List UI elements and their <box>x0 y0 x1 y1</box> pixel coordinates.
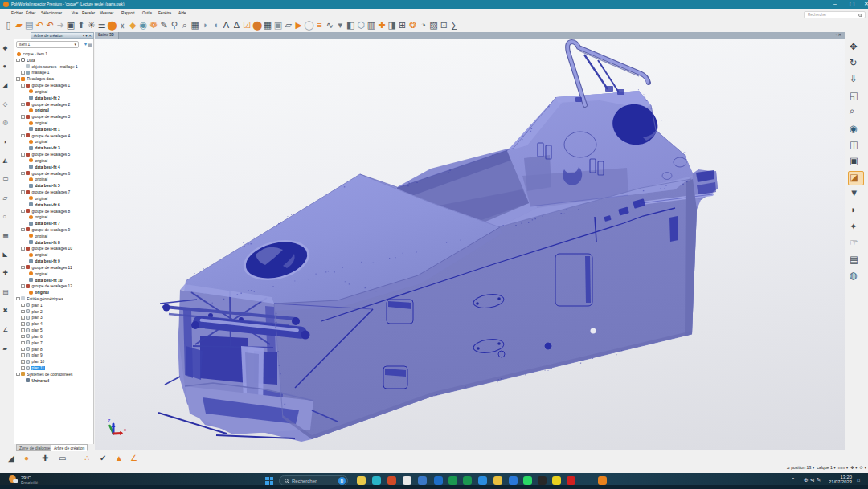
svg-text:x: x <box>124 427 126 432</box>
svg-text:z: z <box>108 418 111 423</box>
